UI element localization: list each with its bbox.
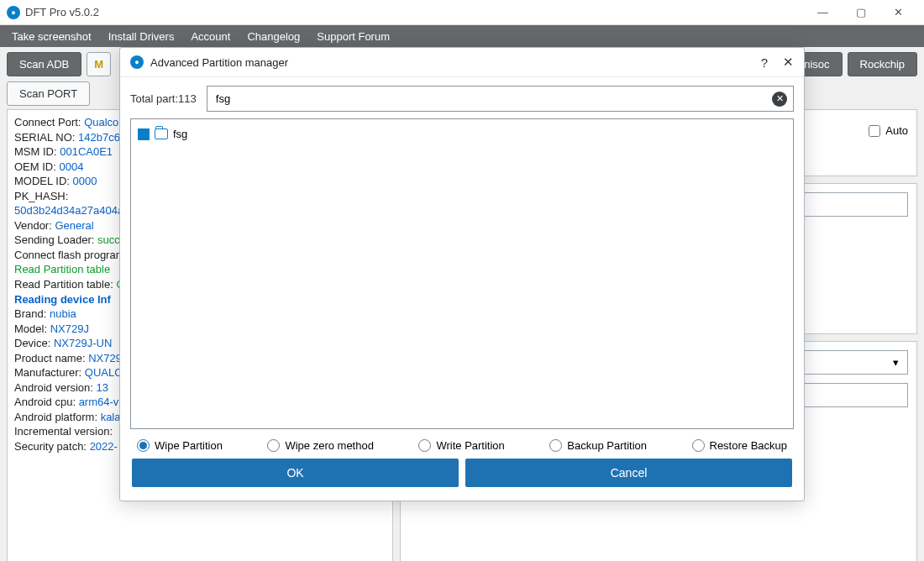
radio-wipe-zero[interactable]: Wipe zero method: [267, 439, 374, 452]
partition-manager-dialog: ● Advanced Partition manager ? ✕ Total p…: [119, 47, 805, 501]
dialog-title: Advanced Partition manager: [150, 56, 288, 69]
dialog-titlebar: ● Advanced Partition manager ? ✕: [120, 48, 804, 77]
dialog-icon: ●: [130, 55, 144, 69]
radio-backup-partition[interactable]: Backup Partition: [549, 439, 647, 452]
radio-wipe-partition[interactable]: Wipe Partition: [137, 439, 223, 452]
total-part-label: Total part:113: [130, 92, 197, 105]
cancel-button[interactable]: Cancel: [465, 459, 792, 487]
dialog-body: Total part:113 ✕ fsg Wipe Partition Wipe…: [120, 77, 804, 501]
folder-icon: [155, 128, 168, 139]
dialog-overlay: ● Advanced Partition manager ? ✕ Total p…: [0, 0, 924, 561]
dialog-close-button[interactable]: ✕: [783, 55, 794, 70]
radio-restore-backup[interactable]: Restore Backup: [692, 439, 788, 452]
partition-search-input[interactable]: [207, 86, 794, 112]
partition-list[interactable]: fsg: [130, 118, 794, 429]
partition-list-item[interactable]: fsg: [138, 126, 786, 142]
action-radios: Wipe Partition Wipe zero method Write Pa…: [130, 429, 794, 459]
clear-search-button[interactable]: ✕: [772, 92, 787, 107]
radio-write-partition[interactable]: Write Partition: [418, 439, 504, 452]
checkbox-icon[interactable]: [138, 128, 150, 140]
ok-button[interactable]: OK: [132, 459, 459, 487]
partition-name: fsg: [173, 128, 187, 140]
search-container: ✕: [207, 86, 794, 112]
help-button[interactable]: ?: [761, 55, 768, 70]
